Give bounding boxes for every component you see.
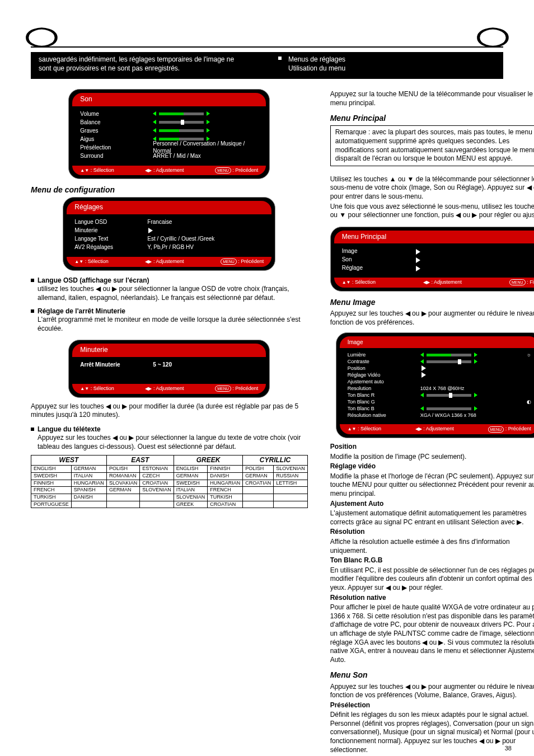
osd-image-panel: Image Lumière☼ Contraste Position Réglag… [336,332,534,438]
blackbar-right-2: Utilisation du menu [288,64,498,73]
page-number: 38 [505,745,512,752]
decor-oval-left: ◯ [25,25,59,47]
osd-settings-panel: Réglages Langue OSDFrancaise Minuterie L… [63,197,275,270]
enter-icon [148,228,153,233]
top-rule: ◯ ◯ [31,25,503,48]
note-block: Remarque : avec la plupart des sources, … [330,125,534,166]
panel-title: Son [72,93,266,106]
settings-heading: Menu de configuration [31,185,308,195]
osd-sound-panel: Son Volume Balance Graves Aigus Présélec… [68,89,270,179]
osd-timer-panel: Minuterie Arrêt Minuterie5 ~ 120 : Sélec… [68,340,270,397]
header-blackbar: sauvegardés indéfiniment, les réglages t… [31,52,503,79]
blackbar-left-2: sont que provisoires et ne sont pas enre… [39,64,266,73]
language-table: WEST EAST GREEK CYRILLIC ENGLISHGERMANPO… [31,455,308,509]
blackbar-left-1: sauvegardés indéfiniment, les réglages t… [39,55,266,64]
blackbar-right-1: Menus de réglages [288,55,498,64]
r-intro: Appuyez sur la touche MENU de la télécom… [330,90,534,107]
blackbar-bullet [278,57,282,60]
osd-main-panel: Menu Principal Image Son Réglage : Sélec… [330,227,534,292]
decor-oval-right: ◯ [476,25,510,47]
